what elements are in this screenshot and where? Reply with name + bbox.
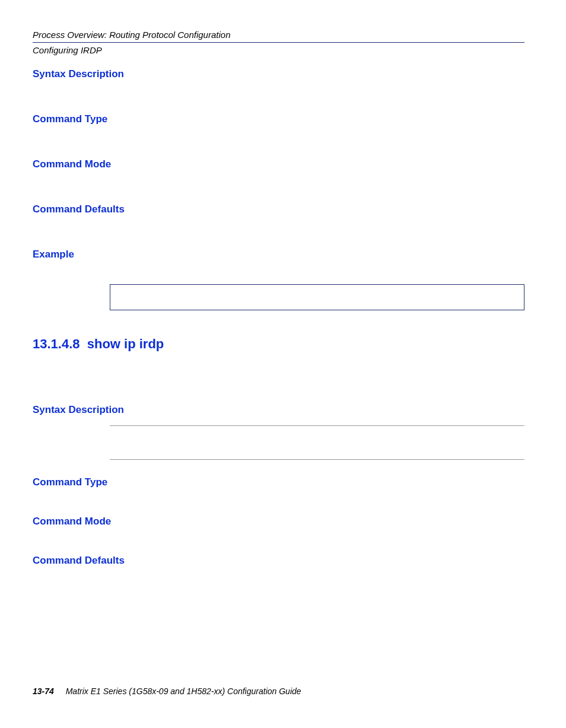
footer-title: Matrix E1 Series (1G58x-09 and 1H582-xx)…: [66, 686, 301, 696]
command-section-number: 13.1.4.8: [33, 336, 80, 351]
body-example-1: [33, 265, 524, 274]
body-command-defaults-2: [33, 571, 524, 580]
heading-command-defaults-1: Command Defaults: [33, 204, 524, 215]
heading-command-mode-1: Command Mode: [33, 158, 524, 170]
body-command-mode-2: [33, 532, 524, 541]
heading-command-defaults-2: Command Defaults: [33, 555, 524, 567]
heading-example-1: Example: [33, 249, 524, 260]
running-header-line2: Configuring IRDP: [33, 43, 524, 55]
command-section-heading: 13.1.4.8 show ip irdp: [33, 336, 524, 352]
running-header-line1: Process Overview: Routing Protocol Confi…: [33, 30, 524, 43]
heading-syntax-description-1: Syntax Description: [33, 68, 524, 80]
footer-page-number: 13-74: [33, 686, 54, 696]
page-footer: 13-74 Matrix E1 Series (1G58x-09 and 1H5…: [33, 686, 301, 696]
body-command-type-2: [33, 493, 524, 501]
body-syntax-description-1: [33, 85, 524, 93]
command-section-name: show ip irdp: [87, 336, 164, 351]
example-code-box: [110, 284, 524, 310]
heading-command-mode-2: Command Mode: [33, 516, 524, 527]
body-command-mode-1: [33, 175, 524, 183]
body-command-type-1: [33, 130, 524, 138]
heading-syntax-description-2: Syntax Description: [33, 404, 524, 416]
body-command-defaults-1: [33, 220, 524, 228]
table-row: [110, 425, 524, 460]
body-command-section: [33, 360, 524, 384]
page: Process Overview: Routing Protocol Confi…: [0, 0, 566, 728]
syntax-param-table: [110, 425, 524, 460]
heading-command-type-2: Command Type: [33, 476, 524, 488]
heading-command-type-1: Command Type: [33, 113, 524, 125]
